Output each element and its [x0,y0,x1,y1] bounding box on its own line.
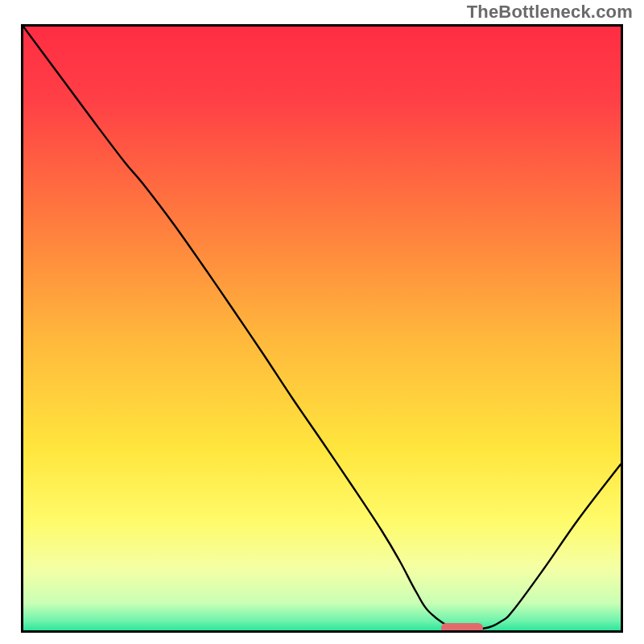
watermark-text: TheBottleneck.com [467,2,633,23]
plot-area [23,27,621,630]
plot-frame [21,24,623,633]
bottleneck-curve [23,27,621,630]
chart-stage: TheBottleneck.com [0,0,644,644]
optimum-marker [441,623,483,633]
